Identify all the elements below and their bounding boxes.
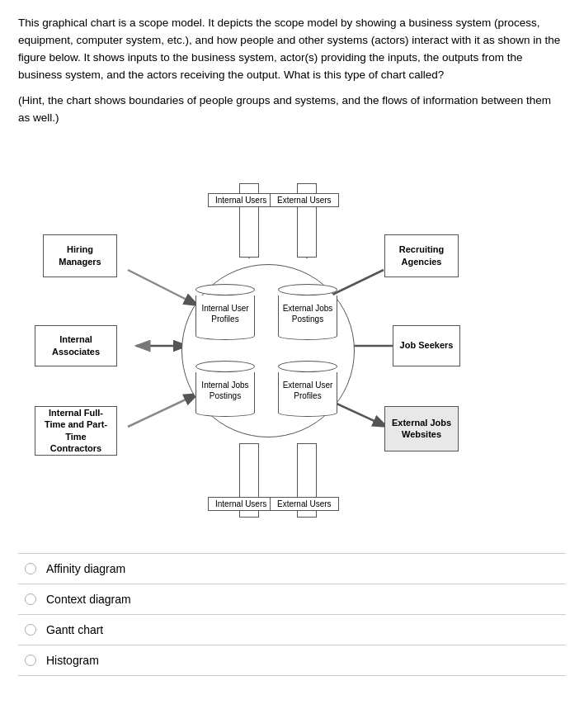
external-jobs-postings-cylinder: External Jobs Postings (278, 284, 337, 340)
internal-user-profiles-label: Internal User Profiles (199, 303, 252, 324)
option-a[interactable]: Affinity diagram (18, 554, 566, 584)
recruiting-agencies-box: Recruiting Agencies (384, 234, 459, 277)
question-hint-text: (Hint, the chart shows boundaries of peo… (18, 92, 566, 127)
internal-associates-box: Internal Associates (35, 325, 117, 366)
option-c-label: Gantt chart (46, 623, 103, 636)
internal-jobs-postings-label: Internal Jobs Postings (199, 380, 252, 401)
option-c[interactable]: Gantt chart (18, 615, 566, 645)
internal-user-profiles-cylinder: Internal User Profiles (195, 284, 255, 340)
internal-jobs-postings-cylinder: Internal Jobs Postings (195, 361, 255, 417)
option-d-radio[interactable] (25, 655, 36, 666)
hiring-managers-box: Hiring Managers (43, 234, 117, 277)
external-users-bottom-label: External Users (270, 497, 339, 511)
question-main-text: This graphical chart is a scope model. I… (18, 15, 566, 84)
external-jobs-postings-label: External Jobs Postings (281, 303, 334, 324)
option-b-radio[interactable] (25, 593, 36, 605)
option-a-radio[interactable] (25, 563, 36, 574)
external-jobs-websites-box: External Jobs Websites (384, 406, 459, 451)
internal-users-bottom-label: Internal Users (208, 497, 274, 511)
option-b-label: Context diagram (46, 593, 131, 606)
option-b[interactable]: Context diagram (18, 584, 566, 615)
answer-options: Affinity diagramContext diagramGantt cha… (18, 553, 566, 676)
svg-line-4 (128, 270, 198, 305)
diagram: Internal Users External Users Internal U… (18, 142, 566, 538)
svg-line-6 (128, 394, 198, 427)
internal-users-top-label: Internal Users (208, 193, 274, 207)
job-seekers-box: Job Seekers (393, 325, 460, 366)
option-d[interactable]: Histogram (18, 645, 566, 676)
external-user-profiles-cylinder: External User Profiles (278, 361, 337, 417)
external-users-top-label: External Users (270, 193, 339, 207)
external-user-profiles-label: External User Profiles (281, 380, 334, 401)
internal-contractors-box: Internal Full-Time and Part-Time Contrac… (35, 406, 117, 456)
option-c-radio[interactable] (25, 624, 36, 636)
option-a-label: Affinity diagram (46, 562, 125, 575)
option-d-label: Histogram (46, 654, 99, 667)
